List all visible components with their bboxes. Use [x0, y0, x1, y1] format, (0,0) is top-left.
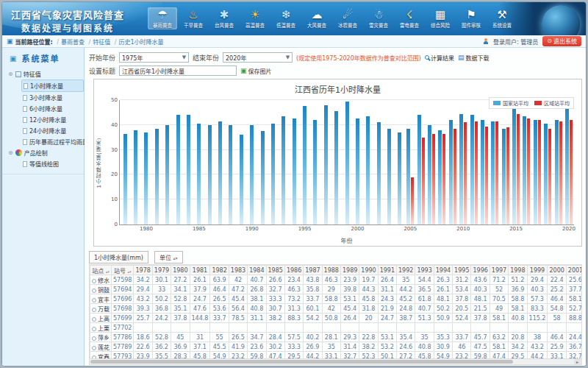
value-cell: [471, 323, 490, 333]
value-cell: 34.2: [509, 342, 527, 352]
col-header-year-2001[interactable]: 2001: [566, 266, 582, 275]
year-slot-2016: [521, 100, 531, 224]
sidebar-item-0-5[interactable]: 历年暴雨过程平均雨量: [21, 136, 84, 147]
toolbar-item-hail[interactable]: ☄冰雹普查: [333, 7, 362, 29]
col-header-year-1992[interactable]: 1992: [397, 266, 415, 275]
x-tick-label: 1995: [298, 226, 312, 232]
value-cell: 53.2: [378, 342, 396, 352]
year-slot-2008: [437, 100, 447, 224]
sort-arrows-icon: ▴▾: [127, 269, 131, 274]
col-header-year-1986[interactable]: 1986: [284, 266, 303, 275]
value-cell: 40.8: [415, 342, 434, 352]
sidebar-item-0-0[interactable]: 1小时降水量: [21, 79, 84, 92]
value-cell: 33.7: [210, 314, 229, 323]
save-image-button[interactable]: ▣保存图片: [240, 67, 272, 75]
expand-icon[interactable]: ⊕: [8, 149, 13, 156]
chart-title-input[interactable]: [119, 66, 237, 76]
col-header-year-1990[interactable]: 1990: [359, 266, 378, 275]
value-cell: 25.6: [566, 275, 582, 285]
download-button[interactable]: ▤数据下载: [458, 54, 490, 62]
row-radio[interactable]: [92, 327, 96, 331]
col-header-year-2000[interactable]: 2000: [548, 266, 566, 275]
row-radio[interactable]: [92, 279, 96, 283]
bar-national-2010: [459, 114, 463, 224]
col-header-station[interactable]: 站点 ▴▾: [90, 266, 112, 275]
toolbar-item-gale[interactable]: ☁大风普查: [302, 7, 331, 29]
col-header-year-1988[interactable]: 1988: [322, 266, 340, 275]
row-radio[interactable]: [92, 298, 96, 302]
year-slot-2007: [426, 100, 437, 224]
expand-icon[interactable]: ⊕: [8, 71, 13, 77]
toolbar-item-map-review[interactable]: ⚑图件审核: [456, 7, 486, 29]
value-cell: 28.1: [322, 333, 340, 342]
col-header-year-1979[interactable]: 1979: [152, 266, 171, 275]
value-cell: [190, 323, 210, 333]
bar-national-1998: [334, 111, 338, 224]
row-radio[interactable]: [92, 317, 96, 322]
toolbar-item-lightning[interactable]: ☇雷电普查: [395, 7, 424, 29]
toolbar-item-drought[interactable]: ♨干旱普查: [179, 7, 208, 29]
code-cell: 57702: [112, 323, 134, 333]
col-header-year-1994[interactable]: 1994: [434, 266, 452, 275]
horizontal-scrollbar[interactable]: ▸: [89, 358, 582, 365]
col-header-year-1995[interactable]: 1995: [453, 266, 471, 275]
col-header-year-1998[interactable]: 1998: [509, 266, 527, 275]
sidebar-item-1-0[interactable]: 等值线绘图: [21, 158, 84, 169]
col-header-year-1996[interactable]: 1996: [471, 266, 490, 275]
col-header-year-1993[interactable]: 1993: [415, 266, 434, 275]
row-radio[interactable]: [92, 336, 96, 341]
col-header-year-1984[interactable]: 1984: [248, 266, 266, 275]
col-header-year-1978[interactable]: 1978: [134, 266, 152, 275]
bar-national-2014: [502, 129, 506, 224]
sidebar-item-0-2[interactable]: 6小时降水量: [21, 103, 84, 114]
col-header-year-1999[interactable]: 1999: [527, 266, 548, 275]
col-header-year-1997[interactable]: 1997: [490, 266, 508, 275]
row-radio[interactable]: [92, 308, 96, 312]
scrollbar-thumb[interactable]: [90, 360, 513, 364]
bar-regional-2013: [495, 121, 498, 224]
col-header-year-1991[interactable]: 1991: [378, 266, 396, 275]
system-settings-icon: ⚒: [487, 9, 517, 21]
row-radio[interactable]: [92, 289, 96, 293]
toolbar-item-rainstorm[interactable]: ☂暴雨普查: [148, 7, 177, 29]
table-row-宜丰: 宜丰 5769643.250.252.824.726.545.438.133.3…: [90, 294, 583, 304]
row-radio[interactable]: [92, 346, 96, 350]
col-header-year-1982[interactable]: 1982: [210, 266, 229, 275]
col-header-year-1983[interactable]: 1983: [229, 266, 247, 275]
sidebar-item-0-3[interactable]: 12小时降水量: [21, 114, 84, 125]
sidebar-item-0-1[interactable]: 3小时降水量: [21, 92, 84, 103]
toolbar-item-snow[interactable]: ☃雪灾普查: [364, 7, 393, 29]
value-cell: 35.4: [397, 333, 415, 342]
value-cell: 37.8: [453, 294, 471, 304]
value-cell: 30.1: [152, 275, 171, 285]
year-slot-1982: [162, 100, 173, 224]
sidebar-item-0-4[interactable]: 24小时降水量: [21, 125, 84, 136]
col-header-year-1985[interactable]: 1985: [266, 266, 284, 275]
breadcrumb-link-survey[interactable]: 暴雨普查: [61, 39, 85, 46]
col-header-year-1981[interactable]: 1981: [190, 266, 210, 275]
value-cell: 31.3: [284, 304, 303, 314]
col-header-year-1989[interactable]: 1989: [340, 266, 359, 275]
toolbar-item-system-settings[interactable]: ⚒系统设置: [487, 7, 517, 29]
col-header-year-1980[interactable]: 1980: [171, 266, 190, 275]
scrollbar-right-arrow[interactable]: ▸: [574, 359, 581, 364]
col-header-year-1987[interactable]: 1987: [304, 266, 322, 275]
breadcrumb-link-current[interactable]: 历史1小时降水量: [118, 39, 163, 46]
end-year-select[interactable]: 2020年▼: [223, 52, 293, 63]
year-slot-1995: 1995: [299, 100, 309, 224]
breadcrumb-link-feature[interactable]: 特征值: [93, 39, 110, 46]
value-cell: 34.2: [134, 275, 152, 285]
table-sort-select[interactable]: 单位 ▴▾: [154, 251, 183, 263]
table-metric-button[interactable]: 1小时降水量(mm): [89, 251, 148, 263]
start-year-select[interactable]: 1975年▼: [119, 52, 189, 63]
col-header-code[interactable]: 站号 ▴▾: [112, 266, 134, 275]
sidebar-group-1[interactable]: ⊕产品绘制: [8, 147, 84, 158]
sidebar-group-0[interactable]: ⊕特征值: [8, 68, 84, 79]
toolbar-item-typhoon[interactable]: ✱台风普查: [209, 7, 239, 29]
legend-swatch: [534, 101, 542, 105]
calculate-button[interactable]: 计算结果: [425, 54, 454, 62]
toolbar-item-composite-risk[interactable]: ▦综合风险: [426, 7, 455, 29]
toolbar-item-high-temp[interactable]: ☀高温普查: [240, 7, 270, 29]
toolbar-item-low-temp[interactable]: ❄低温普查: [271, 7, 301, 29]
logout-button[interactable]: ⊙ 退出系统: [542, 36, 581, 46]
